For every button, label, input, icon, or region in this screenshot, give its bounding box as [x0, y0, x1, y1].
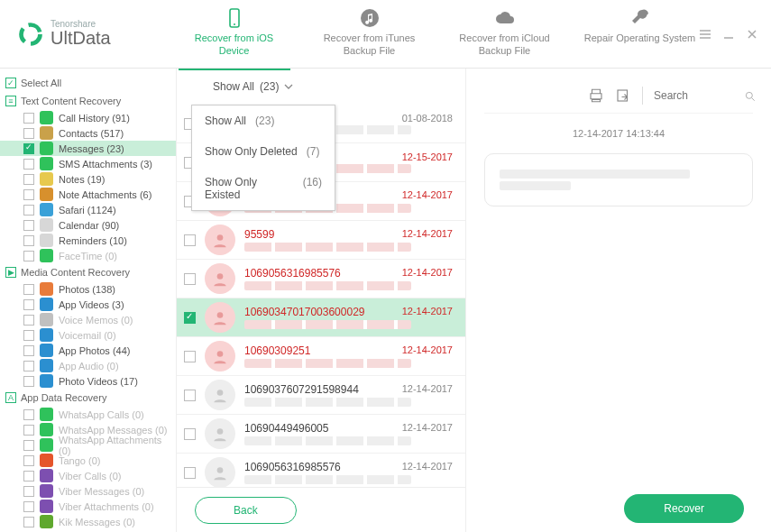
tab-repair-os[interactable]: Repair Operating System: [584, 0, 696, 69]
sidebar-item[interactable]: Voice Memos (0): [0, 312, 176, 327]
message-row[interactable]: 1069044949600512-14-2017: [177, 415, 465, 454]
message-row[interactable]: 106903760729159894412-14-2017: [177, 376, 465, 415]
sidebar-item[interactable]: App Audio (0): [0, 358, 176, 373]
filter-option-label: Show Only Existed: [205, 176, 294, 201]
sidebar-item[interactable]: Call History (91): [0, 110, 176, 125]
tab-recover-ios[interactable]: Recover from iOS Device: [179, 0, 290, 69]
checkbox[interactable]: [23, 205, 34, 216]
message-preview: [244, 243, 411, 252]
filter-option[interactable]: Show Only Existed(16): [192, 167, 335, 210]
sidebar-item[interactable]: App Videos (3): [0, 297, 176, 312]
message-row[interactable]: 106905631698557612-14-2017: [177, 454, 465, 487]
category-icon: [40, 454, 53, 467]
message-row[interactable]: 9559912-14-2017: [177, 221, 465, 260]
sidebar-item[interactable]: Viber Calls (0): [0, 468, 176, 483]
checkbox[interactable]: [23, 220, 34, 231]
sidebar-item[interactable]: Messages (23): [0, 141, 176, 156]
checkbox[interactable]: [23, 409, 34, 420]
sidebar-item[interactable]: Contacts (517): [0, 125, 176, 141]
search-input[interactable]: [654, 89, 735, 102]
category-icon: [40, 203, 53, 216]
sidebar-item[interactable]: Photo Videos (17): [0, 373, 176, 389]
filter-option[interactable]: Show Only Deleted(7): [192, 136, 335, 167]
sidebar-item[interactable]: Notes (19): [0, 171, 176, 187]
sidebar-item[interactable]: WhatsApp Attachments (0): [0, 437, 176, 453]
filter-dropdown-button[interactable]: Show All (23): [213, 80, 293, 93]
sidebar-item[interactable]: App Photos (44): [0, 343, 176, 358]
checkbox[interactable]: [184, 467, 196, 479]
sidebar-item[interactable]: Voicemail (0): [0, 327, 176, 343]
message-row[interactable]: 106905631698557612-14-2017: [177, 260, 465, 298]
checkbox[interactable]: [23, 471, 34, 482]
sidebar-item[interactable]: Viber Attachments (0): [0, 499, 176, 514]
checkbox[interactable]: [23, 330, 34, 341]
mode-tabs: Recover from iOS Device Recover from iTu…: [177, 0, 697, 69]
sidebar-item[interactable]: Note Attachments (6): [0, 187, 176, 202]
filter-option-count: (23): [255, 115, 274, 127]
checkbox[interactable]: [184, 234, 196, 246]
checkbox[interactable]: [23, 486, 34, 497]
checkbox[interactable]: [23, 376, 34, 387]
checkbox[interactable]: [184, 351, 196, 362]
sidebar-item[interactable]: Calendar (90): [0, 217, 176, 233]
tab-recover-itunes[interactable]: Recover from iTunes Backup File: [314, 0, 426, 69]
sidebar-item-label: FaceTime (0): [59, 251, 117, 261]
checkbox[interactable]: [23, 128, 34, 139]
filter-option[interactable]: Show All(23): [192, 105, 335, 136]
close-icon: [746, 28, 758, 41]
checkbox[interactable]: [184, 428, 196, 440]
group-icon: A: [5, 392, 16, 403]
sidebar-item[interactable]: Reminders (10): [0, 233, 176, 248]
sidebar-item[interactable]: Viber Messages (0): [0, 483, 176, 499]
sidebar[interactable]: ✓Select All≡Text Content RecoveryCall Hi…: [0, 69, 177, 532]
message-row[interactable]: 1069034701700360002912-14-2017: [177, 298, 465, 337]
print-icon[interactable]: [588, 87, 604, 104]
select-all-label[interactable]: Select All: [21, 78, 61, 88]
checkbox[interactable]: [23, 517, 34, 527]
export-icon[interactable]: [615, 87, 631, 104]
message-date: 12-14-2017: [402, 383, 453, 396]
checkbox[interactable]: [23, 299, 34, 310]
sidebar-item[interactable]: SMS Attachments (3): [0, 156, 176, 171]
checkbox[interactable]: [184, 390, 196, 401]
tab-recover-icloud[interactable]: Recover from iCloud Backup File: [449, 0, 561, 69]
checkbox[interactable]: [23, 143, 34, 154]
message-title: 10690347017003600029: [244, 306, 364, 318]
sidebar-item[interactable]: WhatsApp Calls (0): [0, 407, 176, 422]
message-preview: [244, 475, 411, 484]
svg-point-9: [217, 312, 224, 318]
checkbox[interactable]: [23, 440, 34, 451]
checkbox[interactable]: [23, 159, 34, 170]
recover-button[interactable]: Recover: [624, 494, 744, 523]
minimize-button[interactable]: [721, 26, 737, 42]
svg-point-12: [217, 428, 224, 435]
close-button[interactable]: [744, 26, 760, 42]
checkbox[interactable]: [23, 235, 34, 246]
avatar: [205, 263, 235, 294]
checkbox[interactable]: [23, 455, 34, 466]
message-row[interactable]: 1069030925112-14-2017: [177, 337, 465, 376]
sidebar-item[interactable]: FaceTime (0): [0, 248, 176, 263]
checkbox[interactable]: [23, 189, 34, 200]
checkbox[interactable]: [23, 315, 34, 326]
checkbox[interactable]: [23, 113, 34, 124]
checkbox[interactable]: [184, 312, 196, 324]
checkbox[interactable]: [23, 251, 34, 261]
sidebar-item[interactable]: Photos (138): [0, 281, 176, 297]
menu-button[interactable]: [697, 26, 713, 42]
checkbox[interactable]: [23, 361, 34, 371]
checkbox[interactable]: [23, 425, 34, 436]
svg-point-8: [217, 273, 224, 280]
checkbox[interactable]: [23, 345, 34, 356]
sidebar-item[interactable]: Safari (1124): [0, 202, 176, 217]
checkbox[interactable]: [23, 284, 34, 295]
sidebar-item[interactable]: Kik Messages (0): [0, 514, 176, 529]
checkbox[interactable]: [23, 174, 34, 185]
category-icon: [40, 249, 53, 262]
back-button[interactable]: Back: [195, 497, 297, 524]
category-icon: [40, 157, 53, 170]
sidebar-item-label: WhatsApp Attachments (0): [59, 435, 169, 456]
checkbox[interactable]: [184, 273, 196, 285]
checkbox-icon[interactable]: ✓: [5, 78, 16, 88]
checkbox[interactable]: [23, 501, 34, 512]
